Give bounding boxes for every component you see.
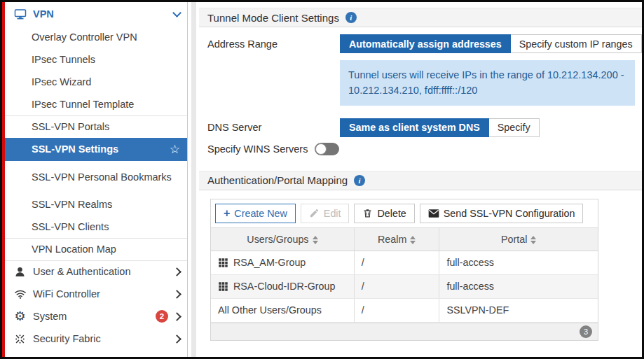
sidebar-item-label: SSL-VPN Settings xyxy=(32,143,165,155)
pencil-icon xyxy=(309,208,320,218)
sidebar-item-label: IPsec Tunnel Template xyxy=(32,98,180,111)
dns-server-row: DNS Server Same as client system DNSSpec… xyxy=(199,118,642,137)
sort-icon[interactable] xyxy=(410,236,416,244)
address-info-row: Tunnel users will receive IPs in the ran… xyxy=(199,60,642,106)
user-icon xyxy=(13,265,27,279)
sidebar-item-ssl-vpn-personal-bookmarks[interactable]: SSL-VPN Personal Bookmarks xyxy=(5,161,187,193)
button-label: Send SSL-VPN Configuration xyxy=(444,208,575,219)
button-label: Delete xyxy=(377,208,406,219)
column-header-label: Portal xyxy=(501,234,527,245)
table-footer: 3 xyxy=(211,323,598,340)
delete-button[interactable]: Delete xyxy=(354,204,414,223)
portal-cell: full-access xyxy=(439,251,598,274)
trash-icon xyxy=(362,208,373,218)
dns-server-option-same-as-client-system-dns[interactable]: Same as client system DNS xyxy=(340,118,489,137)
sidebar-item-ssl-vpn-portals[interactable]: SSL-VPN Portals xyxy=(5,115,187,138)
address-range-segmented: Automatically assign addressesSpecify cu… xyxy=(340,34,642,53)
sidebar-item-label: IPsec Wizard xyxy=(32,76,180,88)
dns-server-segmented: Same as client system DNSSpecify xyxy=(340,118,540,137)
envelope-icon xyxy=(428,209,439,218)
sidebar-item-label: SSL-VPN Clients xyxy=(32,220,180,233)
sidebar-item-label: SSL-VPN Personal Bookmarks xyxy=(32,171,180,183)
wins-servers-label: Specify WINS Servers xyxy=(207,143,308,155)
sidebar-item-system[interactable]: ⚙System2 xyxy=(5,305,187,328)
sidebar-item-security-fabric[interactable]: Security Fabric xyxy=(5,328,187,350)
sidebar-item-ssl-vpn-settings[interactable]: SSL-VPN Settings☆ xyxy=(5,138,187,161)
security-fabric-icon xyxy=(13,332,27,346)
column-header-realm[interactable]: Realm xyxy=(354,227,439,251)
button-label: Create New xyxy=(234,208,287,219)
users-groups-value: RSA_AM-Group xyxy=(233,257,306,268)
group-icon xyxy=(218,281,228,292)
wins-servers-row: Specify WINS Servers xyxy=(199,143,642,155)
sidebar-item-label: SSL-VPN Portals xyxy=(32,120,180,133)
chevron-right-icon xyxy=(172,267,181,276)
users-groups-cell: RSA_AM-Group xyxy=(218,257,347,268)
alert-count-badge: 2 xyxy=(156,310,168,323)
sidebar-item-vpn[interactable]: VPN xyxy=(5,2,187,26)
sidebar-item-label: VPN Location Map xyxy=(32,243,180,255)
users-groups-value: All Other Users/Groups xyxy=(218,304,322,316)
sidebar-item-label: WiFi Controller xyxy=(33,288,174,300)
sidebar-item-ipsec-tunnels[interactable]: IPsec Tunnels xyxy=(5,48,187,71)
column-header-label: Realm xyxy=(378,234,406,245)
sidebar-item-ssl-vpn-clients[interactable]: SSL-VPN Clients xyxy=(5,216,187,238)
address-range-label: Address Range xyxy=(207,38,340,50)
app-window: VPNOverlay Controller VPNIPsec TunnelsIP… xyxy=(0,0,644,359)
column-header-portal[interactable]: Portal xyxy=(439,227,598,251)
realm-cell: / xyxy=(354,298,439,322)
info-icon[interactable]: i xyxy=(354,175,365,186)
main-content: Tunnel Mode Client Settings i Address Ra… xyxy=(199,2,642,357)
users-groups-cell: All Other Users/Groups xyxy=(218,304,347,316)
edit-button[interactable]: Edit xyxy=(301,204,350,223)
auth-portal-container: +Create NewEditDeleteSend SSL-VPN Config… xyxy=(210,199,598,341)
table-row-rsa-am-group[interactable]: RSA_AM-Group/full-access xyxy=(211,251,598,274)
scrollbar-track[interactable] xyxy=(191,2,196,357)
sidebar-item-label: SSL-VPN Realms xyxy=(32,198,180,211)
create-new-button[interactable]: +Create New xyxy=(215,204,296,223)
tunnel-mode-section-title: Tunnel Mode Client Settings xyxy=(207,12,339,24)
address-range-option-automatically-assign-addresses[interactable]: Automatically assign addresses xyxy=(340,34,511,53)
column-header-label: Users/Groups xyxy=(247,234,308,245)
toggle-knob xyxy=(315,143,327,155)
send-ssl-vpn-configuration-button[interactable]: Send SSL-VPN Configuration xyxy=(420,204,584,223)
tunnel-ip-info-box: Tunnel users will receive IPs in the ran… xyxy=(340,60,635,106)
auth-portal-section-title: Authentication/Portal Mapping xyxy=(207,174,348,186)
chevron-right-icon xyxy=(172,312,181,321)
button-label: Edit xyxy=(324,208,341,219)
sidebar-item-ipsec-tunnel-template[interactable]: IPsec Tunnel Template xyxy=(5,93,187,115)
group-icon xyxy=(218,258,228,268)
info-icon[interactable]: i xyxy=(345,12,357,23)
gear-icon: ⚙ xyxy=(13,310,27,323)
auth-portal-section-header: Authentication/Portal Mapping i xyxy=(199,171,642,190)
favorite-star-icon[interactable]: ☆ xyxy=(170,143,180,155)
address-range-option-specify-custom-ip-ranges[interactable]: Specify custom IP ranges xyxy=(511,34,642,53)
dns-server-option-specify[interactable]: Specify xyxy=(489,118,540,137)
sidebar-item-user-authentication[interactable]: User & Authentication xyxy=(5,260,187,283)
sidebar-item-ipsec-wizard[interactable]: IPsec Wizard xyxy=(5,71,187,93)
sidebar-scrollbar-area xyxy=(188,2,199,357)
sort-icon[interactable] xyxy=(530,236,536,244)
sidebar-item-label: User & Authentication xyxy=(33,265,174,278)
sidebar-item-overlay-controller-vpn[interactable]: Overlay Controller VPN xyxy=(5,26,187,48)
wins-servers-toggle[interactable] xyxy=(315,143,339,155)
row-count-badge: 3 xyxy=(580,325,592,338)
dns-server-label: DNS Server xyxy=(207,122,340,133)
sidebar-item-label: System xyxy=(33,310,156,323)
sidebar-item-label: Overlay Controller VPN xyxy=(32,31,180,43)
sidebar-item-label: VPN xyxy=(33,8,174,20)
table-row-all-other-users-groups[interactable]: All Other Users/Groups/SSLVPN-DEF xyxy=(211,298,598,322)
realm-cell: / xyxy=(354,274,439,298)
portal-cell: full-access xyxy=(439,274,598,298)
plus-icon: + xyxy=(224,208,230,219)
column-header-users-groups[interactable]: Users/Groups xyxy=(211,227,354,251)
sort-icon[interactable] xyxy=(313,236,318,244)
table-row-rsa-cloud-idr-group[interactable]: RSA-Cloud-IDR-Group/full-access xyxy=(211,274,598,298)
sidebar-item-vpn-location-map[interactable]: VPN Location Map xyxy=(5,238,187,260)
monitor-icon xyxy=(13,8,27,21)
address-range-row: Address Range Automatically assign addre… xyxy=(199,34,642,53)
realm-cell: / xyxy=(354,251,439,274)
sidebar-nav: VPNOverlay Controller VPNIPsec TunnelsIP… xyxy=(5,2,188,357)
sidebar-item-ssl-vpn-realms[interactable]: SSL-VPN Realms xyxy=(5,193,187,216)
sidebar-item-wifi-controller[interactable]: WiFi Controller xyxy=(5,283,187,305)
